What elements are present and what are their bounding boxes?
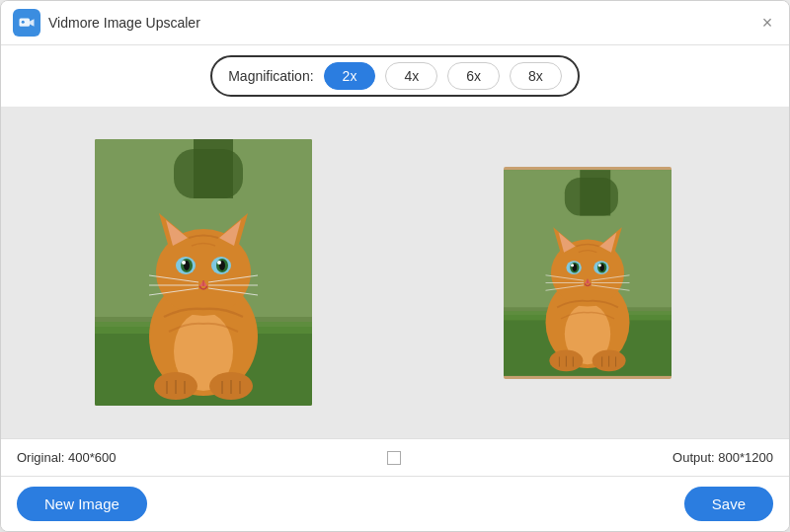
mag-button-8x[interactable]: 8x: [510, 62, 562, 90]
mag-button-2x[interactable]: 2x: [324, 62, 376, 90]
original-image-panel: [11, 139, 395, 406]
svg-point-2: [22, 21, 25, 24]
mag-button-4x[interactable]: 4x: [385, 62, 437, 90]
svg-point-59: [571, 264, 574, 266]
main-window: Vidmore Image Upscaler × Magnification: …: [0, 0, 790, 532]
close-button[interactable]: ×: [757, 13, 777, 33]
main-content: [1, 107, 789, 438]
output-image-panel: [395, 167, 779, 379]
magnification-label: Magnification:: [228, 68, 313, 84]
original-dimensions: Original: 400*600: [17, 450, 116, 465]
output-dimensions: Output: 800*1200: [672, 450, 773, 465]
new-image-button[interactable]: New Image: [17, 487, 147, 521]
output-image: [504, 167, 672, 379]
footer: New Image Save: [1, 476, 789, 531]
svg-point-23: [217, 261, 221, 265]
original-image: [95, 139, 312, 406]
svg-rect-8: [174, 149, 243, 198]
magnification-oval: Magnification: 2x 4x 6x 8x: [210, 55, 580, 97]
compare-checkbox[interactable]: [387, 451, 401, 465]
app-title: Vidmore Image Upscaler: [48, 15, 200, 31]
mag-button-6x[interactable]: 6x: [447, 62, 500, 90]
svg-point-60: [597, 264, 600, 266]
app-icon: [13, 9, 40, 37]
magnification-bar: Magnification: 2x 4x 6x 8x: [1, 45, 789, 107]
title-bar: Vidmore Image Upscaler ×: [1, 1, 789, 45]
svg-rect-0: [20, 19, 31, 27]
svg-marker-1: [30, 19, 35, 27]
svg-point-22: [182, 261, 186, 265]
svg-rect-45: [564, 177, 617, 215]
save-button[interactable]: Save: [684, 487, 773, 521]
title-left: Vidmore Image Upscaler: [13, 9, 200, 37]
info-bar: Original: 400*600 Output: 800*1200: [1, 438, 789, 476]
